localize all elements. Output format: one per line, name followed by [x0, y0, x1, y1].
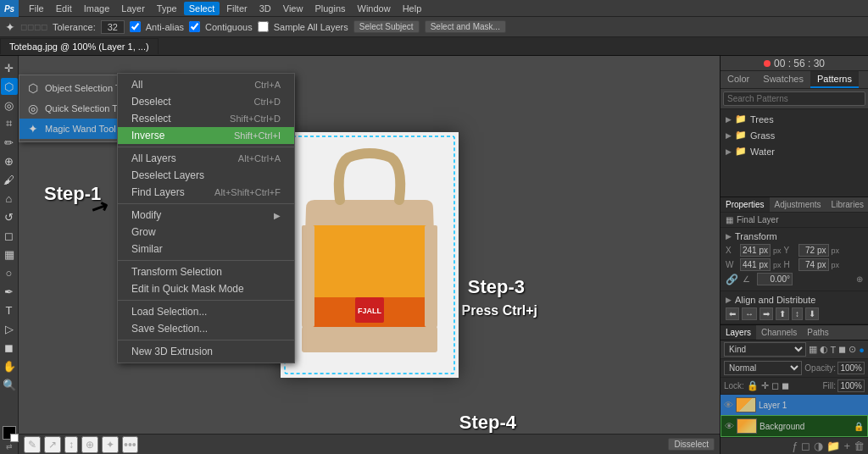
layer-filter-type-icon[interactable]: T [831, 345, 837, 355]
menu-window[interactable]: Window [353, 2, 396, 15]
fill-input[interactable] [837, 379, 865, 392]
lock-artboard-icon[interactable]: ◻ [771, 380, 779, 391]
align-header[interactable]: ▶ Align and Distribute [726, 295, 863, 305]
background-layer-item[interactable]: 👁 Background 🔒 [721, 415, 868, 437]
disselect-button[interactable]: Disselect [668, 438, 715, 451]
swap-colors[interactable]: ⇄ [6, 442, 13, 451]
canvas-tool-5[interactable]: ✦ [102, 436, 119, 453]
angle-input[interactable] [757, 273, 793, 285]
align-left-button[interactable]: ⬅ [726, 307, 739, 320]
canvas-tool-1[interactable]: ✎ [24, 436, 41, 453]
menu-3d[interactable]: 3D [254, 2, 276, 15]
tab-channels[interactable]: Channels [756, 325, 802, 340]
tool-crop[interactable]: ⌗ [1, 115, 18, 132]
layer-filter-toggle[interactable]: ● [859, 345, 865, 355]
menu-type[interactable]: Type [152, 2, 182, 15]
tab-libraries[interactable]: Libraries [826, 197, 868, 212]
canvas-tool-3[interactable]: ↕ [64, 436, 78, 453]
ctx-transform-selection[interactable]: Transform Selection [118, 263, 294, 280]
ctx-inverse[interactable]: Inverse Shift+Ctrl+I [118, 127, 294, 144]
tool-healing[interactable]: ⊕ [1, 152, 18, 169]
layer-filter-smart-icon[interactable]: ⊙ [849, 344, 856, 355]
ctx-all-layers[interactable]: All Layers Alt+Ctrl+A [118, 150, 294, 167]
tool-history[interactable]: ↺ [1, 208, 18, 225]
layer-group-button[interactable]: 📁 [826, 440, 840, 452]
opacity-input[interactable] [837, 362, 865, 374]
canvas-tool-4[interactable]: ⊕ [81, 436, 98, 453]
sample-all-checkbox[interactable] [258, 21, 269, 32]
pattern-group-trees[interactable]: ▶ 📁 Trees [722, 111, 866, 127]
delete-layer-button[interactable]: 🗑 [854, 440, 865, 452]
tool-type[interactable]: T [1, 302, 18, 318]
tab-swatches[interactable]: Swatches [756, 71, 810, 88]
tool-brush[interactable]: 🖌 [1, 171, 18, 188]
ctx-all[interactable]: All Ctrl+A [118, 76, 294, 93]
blend-mode-select[interactable]: Normal [724, 361, 802, 375]
ctx-new-3d[interactable]: New 3D Extrusion [118, 343, 294, 360]
contiguous-checkbox[interactable] [189, 21, 200, 32]
new-fill-button[interactable]: ◑ [814, 440, 823, 452]
menu-select[interactable]: Select [184, 2, 220, 15]
ctx-edit-quick-mask[interactable]: Edit in Quick Mask Mode [118, 280, 294, 297]
layer-filter-shape-icon[interactable]: ◼ [838, 344, 846, 355]
ctx-save-selection[interactable]: Save Selection... [118, 320, 294, 337]
tool-move[interactable]: ✛ [1, 59, 18, 76]
align-vcenter-button[interactable]: ↕ [792, 307, 803, 320]
document-tab[interactable]: Totebag.jpg @ 100% (Layer 1, ...) [0, 38, 159, 54]
menu-plugins[interactable]: Plugins [309, 2, 350, 15]
x-input[interactable] [740, 244, 771, 257]
layer-1-item[interactable]: 👁 Layer 1 [721, 395, 868, 415]
tool-shape[interactable]: ◼ [1, 339, 18, 356]
tab-adjustments[interactable]: Adjustments [770, 197, 826, 212]
patterns-search-input[interactable] [723, 91, 865, 106]
tab-patterns[interactable]: Patterns [810, 71, 859, 88]
tool-lasso[interactable]: ◎ [1, 97, 18, 114]
tool-marquee[interactable]: ⬡ [1, 78, 18, 95]
transform-header[interactable]: ▶ Transform [726, 231, 863, 241]
select-mask-button[interactable]: Select and Mask... [425, 20, 506, 33]
canvas-area[interactable]: Step-1 Step-2 Step-3 Press Ctrl+j Step-4… [19, 56, 720, 454]
tab-properties[interactable]: Properties [721, 197, 770, 212]
ctx-modify[interactable]: Modify ▶ [118, 207, 294, 224]
ctx-load-selection[interactable]: Load Selection... [118, 303, 294, 320]
new-layer-button[interactable]: + [843, 440, 850, 452]
align-bottom-button[interactable]: ⬇ [805, 307, 819, 320]
pattern-group-water[interactable]: ▶ 📁 Water [722, 143, 866, 159]
tool-pen[interactable]: ✒ [1, 283, 18, 300]
select-subject-button[interactable]: Select Subject [353, 20, 420, 33]
w-input[interactable] [740, 258, 771, 271]
tolerance-input[interactable] [101, 20, 125, 34]
menu-edit[interactable]: Edit [51, 2, 77, 15]
tool-hand[interactable]: ✋ [1, 357, 18, 374]
tool-eyedropper[interactable]: ✏ [1, 134, 18, 151]
menu-image[interactable]: Image [79, 2, 115, 15]
tool-zoom[interactable]: 🔍 [1, 376, 18, 393]
layer-filter-px-icon[interactable]: ▦ [809, 344, 817, 355]
ctx-grow[interactable]: Grow [118, 224, 294, 241]
kind-select[interactable]: Kind [724, 342, 806, 357]
canvas-tool-2[interactable]: ↗ [44, 436, 61, 453]
ctx-find-layers[interactable]: Find Layers Alt+Shift+Ctrl+F [118, 184, 294, 201]
lock-pixel-icon[interactable]: ◼ [782, 380, 789, 391]
y-input[interactable] [798, 244, 829, 257]
lock-position-icon[interactable]: ✛ [761, 380, 769, 391]
menu-help[interactable]: Help [398, 2, 427, 15]
tool-path[interactable]: ▷ [1, 320, 18, 337]
anti-alias-checkbox[interactable] [130, 21, 141, 32]
tool-dodge[interactable]: ○ [1, 264, 18, 281]
align-top-button[interactable]: ⬆ [776, 307, 789, 320]
tool-gradient[interactable]: ▦ [1, 246, 18, 263]
tab-color[interactable]: Color [721, 71, 756, 88]
background-eye-icon[interactable]: 👁 [725, 421, 734, 431]
pattern-group-grass[interactable]: ▶ 📁 Grass [722, 127, 866, 143]
tool-eraser[interactable]: ◻ [1, 227, 18, 244]
add-mask-button[interactable]: ◻ [801, 440, 810, 452]
menu-view[interactable]: View [278, 2, 309, 15]
lock-all-icon[interactable]: 🔒 [747, 380, 759, 391]
ctx-deselect[interactable]: Deselect Ctrl+D [118, 93, 294, 110]
align-right-button[interactable]: ➡ [760, 307, 773, 320]
tab-layers[interactable]: Layers [721, 325, 756, 340]
h-input[interactable] [798, 258, 829, 271]
add-layer-style-button[interactable]: ƒ [792, 440, 798, 452]
layer-filter-adj-icon[interactable]: ◐ [820, 344, 828, 355]
